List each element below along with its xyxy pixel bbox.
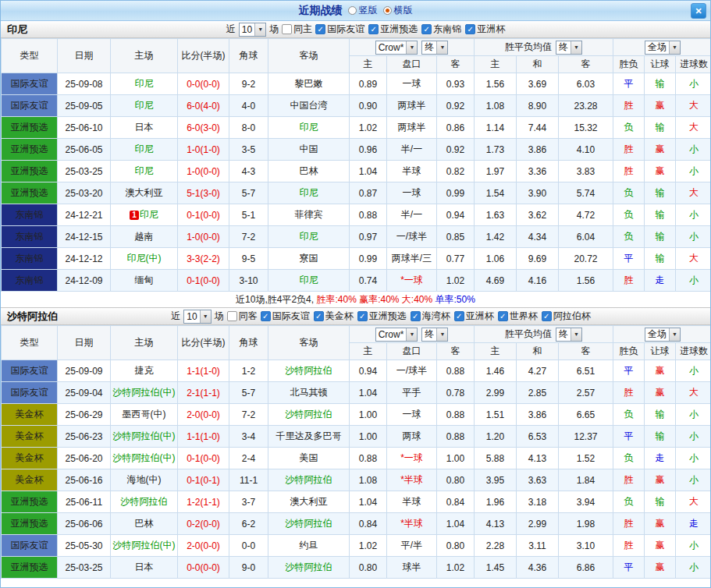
- corner-cell: 3-7: [229, 491, 268, 513]
- header-away-odds: 客: [437, 343, 475, 360]
- away-team-cell: 印尼: [268, 226, 350, 248]
- layout-option-horizontal[interactable]: 横版: [383, 4, 413, 17]
- same-venue-checkbox[interactable]: 同客: [227, 310, 258, 323]
- odds-final-select[interactable]: 终 ▼: [421, 328, 448, 342]
- league-label: 亚洲预选: [380, 23, 418, 36]
- results-table: 类型 日期 主场 比分(半场) 角球 客场 Crow* ▼ 终: [1, 325, 711, 579]
- date-cell: 25-06-05: [58, 139, 111, 161]
- avg-final-select[interactable]: 终 ▼: [556, 41, 582, 55]
- avg-win-cell: 1.51: [475, 404, 517, 426]
- result-cell: 胜: [613, 382, 645, 404]
- corner-cell: 1-2: [229, 360, 268, 382]
- league-checkbox[interactable]: ✓阿拉伯杯: [542, 310, 591, 323]
- result-cell: 负: [613, 448, 645, 469]
- home-odds-cell: 0.94: [350, 360, 387, 382]
- date-cell: 25-09-05: [58, 95, 111, 117]
- league-checkbox[interactable]: ✓亚洲预选: [357, 310, 407, 323]
- radio-vertical-icon: [348, 6, 357, 15]
- away-team-cell: 沙特阿拉伯: [268, 557, 350, 579]
- odds-final-select[interactable]: 终 ▼: [421, 41, 448, 55]
- league-checkbox[interactable]: ✓世界杯: [498, 310, 538, 323]
- close-button[interactable]: ✕: [691, 3, 706, 19]
- corner-cell: 9-5: [229, 248, 268, 270]
- league-checkbox[interactable]: ✓国际友谊: [315, 23, 364, 36]
- home-team-cell: 印尼(中): [111, 248, 178, 270]
- score-cell: 0-1(0-1): [178, 469, 229, 491]
- chevron-down-icon: ▼: [254, 23, 265, 36]
- goals-result-cell: 走: [676, 513, 711, 535]
- checkbox-checked-icon: ✓: [421, 24, 432, 34]
- corner-cell: 9-2: [229, 73, 268, 95]
- away-team-cell: 沙特阿拉伯: [268, 360, 350, 382]
- avg-draw-cell: 4.36: [517, 557, 559, 579]
- match-count-select[interactable]: 10 ▼: [239, 23, 266, 37]
- titlebar: 近期战绩 竖版 横版 ✕: [1, 1, 710, 21]
- goals-result-cell: 小: [676, 557, 711, 579]
- handicap-cell: *半球: [387, 469, 437, 491]
- checkbox-checked-icon: ✓: [368, 24, 379, 34]
- let-result-cell: 赢: [645, 95, 676, 117]
- match-count-value: 10: [187, 311, 197, 322]
- corner-cell: 6-2: [229, 513, 268, 535]
- header-avg-draw: 和: [517, 56, 559, 73]
- league-checkbox[interactable]: ✓亚洲杯: [454, 310, 494, 323]
- competition-cell: 国际友谊: [2, 535, 58, 557]
- avg-draw-cell: 6.53: [517, 426, 559, 448]
- avg-lose-cell: 6.04: [559, 226, 613, 248]
- home-team-cell: 沙特阿拉伯(中): [111, 535, 178, 557]
- score-cell: 2-0(0-0): [178, 535, 229, 557]
- section-header-bar: 沙特阿拉伯 近 10 ▼ 场 同客 ✓国际友谊✓美金杯✓亚洲预选✓海湾杯✓亚洲杯…: [1, 308, 710, 325]
- avg-final-select[interactable]: 终 ▼: [556, 328, 582, 342]
- league-checkbox[interactable]: ✓亚洲杯: [465, 23, 505, 36]
- league-checkbox[interactable]: ✓海湾杯: [411, 310, 450, 323]
- away-team-cell: 中国台湾: [268, 95, 350, 117]
- avg-draw-cell: 3.69: [517, 73, 559, 95]
- competition-cell: 亚洲预选: [2, 139, 58, 161]
- home-odds-cell: 0.74: [350, 270, 387, 292]
- let-result-cell: 赢: [645, 382, 676, 404]
- away-odds-cell: 0.84: [437, 491, 475, 513]
- let-result-cell: 输: [645, 226, 676, 248]
- corner-cell: 4-0: [229, 95, 268, 117]
- home-team-cell: 印尼: [111, 139, 178, 161]
- same-venue-checkbox[interactable]: 同主: [282, 23, 312, 36]
- let-result-cell: 走: [645, 448, 676, 469]
- competition-cell: 国际友谊: [2, 73, 58, 95]
- bookmaker-select[interactable]: Crow* ▼: [375, 328, 418, 342]
- header-type: 类型: [2, 326, 58, 360]
- home-team-cell: 沙特阿拉伯: [111, 491, 178, 513]
- league-checkbox[interactable]: ✓东南锦: [421, 23, 461, 36]
- avg-lose-cell: 4.10: [559, 139, 613, 161]
- league-checkbox[interactable]: ✓美金杯: [314, 310, 354, 323]
- header-home-odds: 主: [350, 56, 387, 73]
- match-count-select[interactable]: 10 ▼: [183, 310, 211, 324]
- scope-select[interactable]: 全场 ▼: [645, 328, 681, 342]
- date-cell: 25-05-30: [58, 535, 111, 557]
- match-row: 东南锦 24-12-21 1印尼 0-1(0-0) 5-1 菲律宾 0.88 半…: [2, 204, 711, 226]
- goals-result-cell: 大: [676, 95, 711, 117]
- avg-odds-label: 胜平负均值: [505, 328, 552, 341]
- avg-draw-cell: 3.62: [517, 204, 559, 226]
- league-checkbox[interactable]: ✓国际友谊: [261, 310, 310, 323]
- bookmaker-select[interactable]: Crow* ▼: [375, 41, 418, 55]
- competition-cell: 美金杯: [2, 426, 58, 448]
- header-let-result: 让球: [645, 56, 676, 73]
- result-cell: 胜: [613, 469, 645, 491]
- league-label: 亚洲杯: [466, 310, 494, 323]
- chevron-down-icon: ▼: [406, 328, 417, 341]
- home-team-cell: 海地(中): [111, 469, 178, 491]
- team-name: 印尼: [7, 23, 27, 37]
- score-cell: 1-1(1-0): [178, 360, 229, 382]
- match-row: 国际友谊 25-09-04 沙特阿拉伯(中) 2-1(1-1) 5-7 北马其顿…: [2, 382, 711, 404]
- league-checkbox[interactable]: ✓亚洲预选: [368, 23, 418, 36]
- home-team-cell: 印尼: [111, 73, 178, 95]
- avg-win-cell: 1.14: [475, 117, 517, 139]
- layout-option-vertical[interactable]: 竖版: [348, 4, 378, 17]
- checkbox-checked-icon: ✓: [315, 24, 325, 34]
- away-odds-cell: 1.04: [437, 513, 475, 535]
- scope-select[interactable]: 全场 ▼: [645, 41, 681, 55]
- handicap-cell: 一球: [387, 404, 437, 426]
- avg-lose-cell: 15.32: [559, 117, 613, 139]
- avg-lose-cell: 3.83: [559, 161, 613, 182]
- avg-win-cell: 1.06: [475, 248, 517, 270]
